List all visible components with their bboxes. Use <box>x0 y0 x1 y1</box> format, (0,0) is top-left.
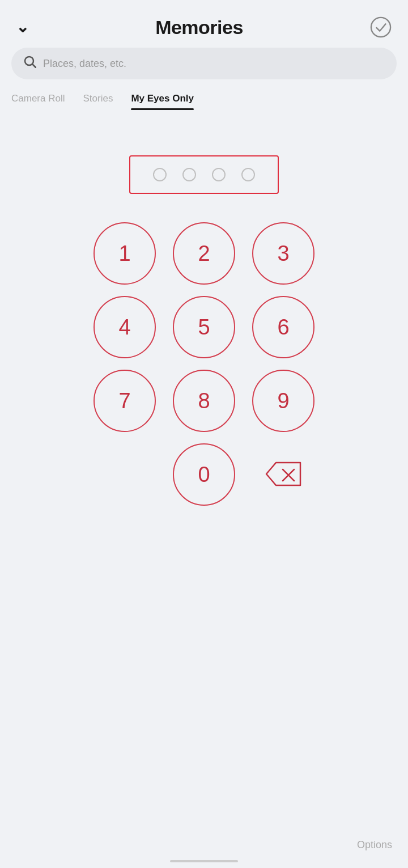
keypad-button-4[interactable]: 4 <box>94 296 156 358</box>
keypad-row-1: 1 2 3 <box>94 222 314 285</box>
search-bar[interactable]: Places, dates, etc. <box>11 48 397 79</box>
tab-stories[interactable]: Stories <box>83 93 113 110</box>
keypad-row-4: 0 <box>94 443 314 506</box>
tabs-container: Camera Roll Stories My Eyes Only <box>0 88 408 110</box>
backspace-button[interactable] <box>252 443 314 506</box>
keypad-button-0[interactable]: 0 <box>173 443 235 506</box>
pin-dot-1 <box>153 168 167 181</box>
keypad-button-9[interactable]: 9 <box>252 370 314 432</box>
options-button[interactable]: Options <box>357 839 392 850</box>
keypad-button-5[interactable]: 5 <box>173 296 235 358</box>
pin-dot-4 <box>241 168 255 181</box>
svg-line-2 <box>32 64 36 67</box>
keypad-button-3[interactable]: 3 <box>252 222 314 285</box>
pin-dots-container <box>129 155 279 194</box>
keypad-empty-slot <box>94 443 156 506</box>
tab-my-eyes-only[interactable]: My Eyes Only <box>131 93 194 110</box>
page-title: Memories <box>155 16 243 39</box>
check-circle-icon <box>370 16 392 38</box>
keypad-button-6[interactable]: 6 <box>252 296 314 358</box>
pin-dot-2 <box>182 168 196 181</box>
header: ⌄ Memories <box>0 0 408 48</box>
chevron-down-icon[interactable]: ⌄ <box>16 19 29 35</box>
check-button[interactable] <box>369 16 392 39</box>
keypad-row-2: 4 5 6 <box>94 296 314 358</box>
main-content: 1 2 3 4 5 6 7 8 9 0 <box>0 110 408 506</box>
tab-camera-roll[interactable]: Camera Roll <box>11 93 65 110</box>
svg-point-0 <box>371 18 390 37</box>
search-placeholder-text: Places, dates, etc. <box>43 58 126 70</box>
keypad-row-3: 7 8 9 <box>94 370 314 432</box>
keypad-button-1[interactable]: 1 <box>94 222 156 285</box>
bottom-divider <box>170 860 238 862</box>
search-bar-container: Places, dates, etc. <box>0 48 408 88</box>
pin-dot-3 <box>212 168 226 181</box>
keypad-button-8[interactable]: 8 <box>173 370 235 432</box>
search-icon <box>24 56 36 71</box>
keypad-button-2[interactable]: 2 <box>173 222 235 285</box>
keypad: 1 2 3 4 5 6 7 8 9 0 <box>94 222 314 506</box>
options-container: Options <box>357 839 392 851</box>
backspace-icon <box>264 460 303 490</box>
keypad-button-7[interactable]: 7 <box>94 370 156 432</box>
